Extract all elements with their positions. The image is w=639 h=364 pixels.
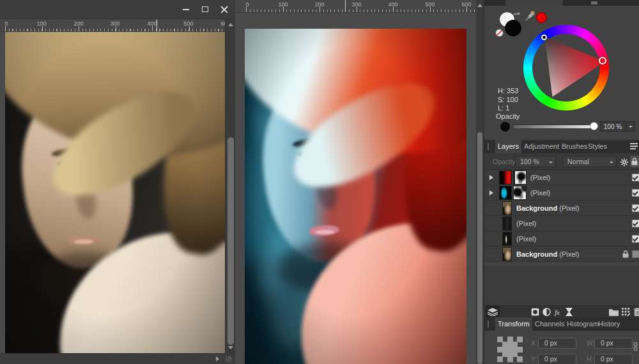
blend-options-button[interactable] bbox=[619, 156, 629, 167]
opacity-swatch[interactable] bbox=[500, 122, 510, 132]
maximize-button[interactable] bbox=[198, 4, 212, 15]
y-field[interactable]: 0 px bbox=[538, 354, 576, 364]
layer-mask-thumbnail[interactable] bbox=[513, 171, 527, 185]
scrollbar-thumb[interactable] bbox=[477, 132, 482, 364]
blend-mode-dropdown[interactable]: Normal bbox=[562, 156, 617, 167]
panel-drag-handle[interactable] bbox=[488, 321, 489, 328]
layer-visibility-checkbox[interactable] bbox=[632, 235, 639, 243]
layer-visibility-checkbox[interactable] bbox=[632, 220, 639, 227]
tab-transform[interactable]: Transform bbox=[495, 317, 532, 331]
canvas-area-left[interactable] bbox=[0, 32, 225, 353]
layer-visibility-checkbox[interactable] bbox=[632, 174, 639, 181]
left-window-titlebar[interactable] bbox=[0, 0, 235, 19]
expand-arrow-icon[interactable] bbox=[489, 190, 496, 195]
canvas-area-right[interactable] bbox=[235, 13, 476, 364]
layer-row-background-locked[interactable]: Background (Pixel) bbox=[484, 246, 639, 262]
opacity-slider[interactable] bbox=[512, 125, 594, 129]
horizontal-scrollbar-left[interactable] bbox=[0, 353, 235, 364]
tab-adjustment[interactable]: Adjustment bbox=[521, 140, 562, 153]
layers-panel-tabbar: Layers Adjustment Brushes Styles bbox=[484, 140, 639, 153]
layer-thumbnail[interactable] bbox=[502, 232, 512, 246]
resize-grip-icon[interactable] bbox=[226, 356, 231, 362]
pattern-pen-icon bbox=[622, 308, 630, 316]
h-field-label: H: bbox=[587, 355, 594, 363]
opacity-label: Opacity bbox=[496, 112, 520, 120]
lock-layer-button[interactable] bbox=[630, 156, 639, 167]
recent-colour-swatch[interactable] bbox=[536, 12, 547, 23]
colour-panel-tab-edge[interactable] bbox=[505, 0, 563, 6]
chevron-down-icon bbox=[610, 162, 613, 165]
folder-icon bbox=[609, 308, 619, 316]
right-panel: H: 353 S: 100 L: 1 Opacity 100 % Layers … bbox=[484, 0, 639, 364]
scroll-right-icon[interactable] bbox=[216, 356, 219, 361]
layer-visibility-checkbox[interactable] bbox=[632, 189, 639, 197]
delete-layer-button[interactable] bbox=[631, 307, 639, 317]
eyedropper-icon[interactable] bbox=[523, 10, 536, 22]
scroll-up-icon[interactable] bbox=[477, 4, 482, 7]
mask-icon bbox=[531, 308, 539, 316]
vignette-overlay bbox=[5, 32, 225, 353]
horizontal-ruler-left: 0 100 200 300 400 500 600 bbox=[0, 19, 225, 32]
layer-visibility-checkbox-disabled[interactable] bbox=[632, 250, 639, 258]
layer-name-label: Background (Pixel) bbox=[516, 201, 579, 216]
layer-thumbnail[interactable] bbox=[502, 247, 512, 261]
layer-opacity-dropdown[interactable]: 100 % bbox=[515, 156, 556, 167]
tab-history[interactable]: History bbox=[596, 317, 622, 331]
hue-readout: H: 353 bbox=[498, 87, 518, 95]
layer-row-pixel-figure[interactable]: (Pixel) bbox=[484, 231, 639, 246]
opacity-slider-handle[interactable] bbox=[590, 122, 598, 130]
colour-wheel[interactable] bbox=[523, 25, 609, 110]
minimize-button[interactable] bbox=[179, 4, 193, 15]
pattern-layer-button[interactable] bbox=[620, 307, 631, 317]
link-dimensions-icon[interactable] bbox=[633, 342, 638, 351]
adjustment-layer-button[interactable] bbox=[541, 307, 552, 317]
layer-type-label: (Pixel) bbox=[516, 216, 536, 231]
opacity-dropdown-button[interactable] bbox=[626, 121, 635, 132]
group-layers-button[interactable] bbox=[608, 307, 619, 317]
vertical-scrollbar-left[interactable] bbox=[225, 19, 235, 353]
layers-list-empty-area bbox=[484, 266, 639, 305]
primary-colour-swatch[interactable] bbox=[505, 20, 521, 36]
insert-layer-button[interactable] bbox=[486, 306, 500, 318]
layer-row-cyan[interactable]: (Pixel) bbox=[484, 185, 639, 201]
tab-channels[interactable]: Channels bbox=[532, 317, 567, 331]
gear-icon bbox=[620, 158, 629, 167]
scroll-down-icon[interactable] bbox=[228, 346, 233, 349]
layer-row-red[interactable]: (Pixel) bbox=[484, 170, 639, 185]
adjustment-icon bbox=[543, 308, 551, 316]
layer-type-label: (Pixel) bbox=[559, 204, 579, 212]
close-button[interactable] bbox=[217, 4, 231, 15]
layer-row-pixel-dark[interactable]: (Pixel) bbox=[484, 216, 639, 231]
w-field[interactable]: 0 px bbox=[594, 338, 633, 349]
layer-thumbnail[interactable] bbox=[499, 186, 512, 200]
expand-arrow-icon[interactable] bbox=[489, 175, 496, 180]
panel-menu-icon[interactable] bbox=[630, 143, 638, 150]
layer-mask-thumbnail[interactable] bbox=[513, 186, 527, 200]
h-field[interactable]: 0 px bbox=[594, 354, 633, 364]
hue-selector-handle[interactable] bbox=[599, 57, 606, 64]
x-field[interactable]: 0 px bbox=[538, 338, 576, 349]
scrollbar-thumb[interactable] bbox=[227, 137, 234, 345]
live-filter-button[interactable] bbox=[563, 307, 574, 317]
close-icon bbox=[220, 6, 228, 13]
scroll-up-icon[interactable] bbox=[228, 23, 233, 26]
mask-layer-button[interactable] bbox=[529, 307, 541, 317]
opacity-value[interactable]: 100 % bbox=[600, 121, 626, 132]
lock-icon bbox=[631, 158, 638, 165]
layer-thumbnail[interactable] bbox=[502, 201, 512, 215]
anchor-point-selector[interactable] bbox=[497, 337, 523, 362]
layer-type-label: (Pixel) bbox=[516, 231, 536, 246]
panel-drag-handle[interactable] bbox=[488, 143, 489, 150]
layer-effects-button[interactable]: fx bbox=[551, 307, 563, 317]
saturation-lightness-handle[interactable] bbox=[541, 34, 547, 40]
layers-toolbar: fx bbox=[484, 305, 639, 317]
tab-styles[interactable]: Styles bbox=[585, 140, 610, 153]
trash-icon bbox=[634, 308, 639, 316]
layer-thumbnail[interactable] bbox=[502, 216, 512, 231]
vertical-scrollbar-right[interactable] bbox=[476, 0, 484, 364]
no-colour-icon[interactable] bbox=[495, 29, 504, 37]
layer-visibility-checkbox[interactable] bbox=[632, 204, 639, 212]
layer-row-background-copy[interactable]: Background (Pixel) bbox=[484, 201, 639, 216]
tab-layers[interactable]: Layers bbox=[495, 140, 521, 153]
layer-thumbnail[interactable] bbox=[499, 171, 512, 185]
